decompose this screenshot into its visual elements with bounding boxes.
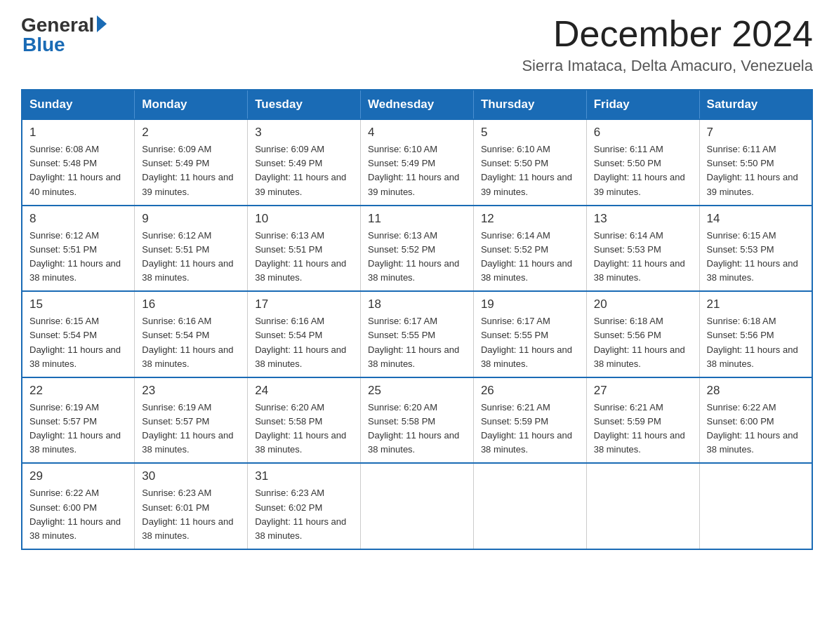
calendar-cell: 14Sunrise: 6:15 AMSunset: 5:53 PMDayligh…	[699, 206, 812, 292]
day-info: Sunrise: 6:17 AMSunset: 5:55 PMDaylight:…	[368, 314, 466, 371]
day-number: 10	[255, 212, 353, 226]
day-info: Sunrise: 6:14 AMSunset: 5:52 PMDaylight:…	[481, 229, 579, 286]
calendar-cell: 11Sunrise: 6:13 AMSunset: 5:52 PMDayligh…	[361, 206, 474, 292]
calendar-header: SundayMondayTuesdayWednesdayThursdayFrid…	[22, 90, 812, 119]
calendar-cell: 1Sunrise: 6:08 AMSunset: 5:48 PMDaylight…	[22, 119, 135, 206]
day-number: 6	[594, 126, 692, 140]
day-number: 16	[142, 297, 240, 311]
calendar-body: 1Sunrise: 6:08 AMSunset: 5:48 PMDaylight…	[22, 119, 812, 549]
header-day-saturday: Saturday	[699, 90, 812, 119]
day-number: 21	[707, 297, 805, 311]
day-number: 27	[594, 384, 692, 398]
day-info: Sunrise: 6:20 AMSunset: 5:58 PMDaylight:…	[255, 401, 353, 457]
day-number: 2	[142, 126, 240, 140]
day-info: Sunrise: 6:12 AMSunset: 5:51 PMDaylight:…	[29, 229, 127, 286]
day-number: 18	[368, 297, 466, 311]
day-info: Sunrise: 6:11 AMSunset: 5:50 PMDaylight:…	[594, 142, 692, 199]
calendar-cell: 27Sunrise: 6:21 AMSunset: 5:59 PMDayligh…	[586, 377, 699, 464]
location-subtitle: Sierra Imataca, Delta Amacuro, Venezuela	[522, 57, 813, 75]
week-row-4: 22Sunrise: 6:19 AMSunset: 5:57 PMDayligh…	[22, 377, 812, 464]
day-info: Sunrise: 6:10 AMSunset: 5:50 PMDaylight:…	[481, 142, 579, 199]
day-number: 13	[594, 212, 692, 226]
calendar-cell: 25Sunrise: 6:20 AMSunset: 5:58 PMDayligh…	[361, 377, 474, 464]
day-info: Sunrise: 6:23 AMSunset: 6:02 PMDaylight:…	[255, 486, 353, 543]
day-info: Sunrise: 6:23 AMSunset: 6:01 PMDaylight:…	[142, 486, 240, 543]
day-info: Sunrise: 6:16 AMSunset: 5:54 PMDaylight:…	[142, 314, 240, 371]
day-info: Sunrise: 6:18 AMSunset: 5:56 PMDaylight:…	[594, 314, 692, 371]
calendar-cell	[699, 463, 812, 549]
calendar-cell	[361, 463, 474, 549]
calendar-cell: 30Sunrise: 6:23 AMSunset: 6:01 PMDayligh…	[135, 463, 248, 549]
day-info: Sunrise: 6:21 AMSunset: 5:59 PMDaylight:…	[594, 401, 692, 457]
calendar-cell: 26Sunrise: 6:21 AMSunset: 5:59 PMDayligh…	[473, 377, 586, 464]
day-info: Sunrise: 6:10 AMSunset: 5:49 PMDaylight:…	[368, 142, 466, 199]
day-info: Sunrise: 6:14 AMSunset: 5:53 PMDaylight:…	[594, 229, 692, 286]
day-info: Sunrise: 6:13 AMSunset: 5:52 PMDaylight:…	[368, 229, 466, 286]
day-number: 26	[481, 384, 579, 398]
calendar-cell: 8Sunrise: 6:12 AMSunset: 5:51 PMDaylight…	[22, 206, 135, 292]
day-info: Sunrise: 6:17 AMSunset: 5:55 PMDaylight:…	[481, 314, 579, 371]
day-info: Sunrise: 6:16 AMSunset: 5:54 PMDaylight:…	[255, 314, 353, 371]
header-day-sunday: Sunday	[22, 90, 135, 119]
logo: General Blue	[21, 14, 107, 56]
day-info: Sunrise: 6:18 AMSunset: 5:56 PMDaylight:…	[707, 314, 805, 371]
day-number: 12	[481, 212, 579, 226]
calendar-cell: 20Sunrise: 6:18 AMSunset: 5:56 PMDayligh…	[586, 291, 699, 377]
day-number: 28	[707, 384, 805, 398]
day-number: 19	[481, 297, 579, 311]
day-info: Sunrise: 6:20 AMSunset: 5:58 PMDaylight:…	[368, 401, 466, 457]
day-number: 23	[142, 384, 240, 398]
day-info: Sunrise: 6:21 AMSunset: 5:59 PMDaylight:…	[481, 401, 579, 457]
calendar-cell: 31Sunrise: 6:23 AMSunset: 6:02 PMDayligh…	[248, 463, 361, 549]
calendar-cell: 3Sunrise: 6:09 AMSunset: 5:49 PMDaylight…	[248, 119, 361, 206]
day-number: 22	[29, 384, 127, 398]
day-number: 30	[142, 469, 240, 483]
day-info: Sunrise: 6:15 AMSunset: 5:53 PMDaylight:…	[707, 229, 805, 286]
calendar-cell: 2Sunrise: 6:09 AMSunset: 5:49 PMDaylight…	[135, 119, 248, 206]
calendar-cell: 5Sunrise: 6:10 AMSunset: 5:50 PMDaylight…	[473, 119, 586, 206]
day-info: Sunrise: 6:09 AMSunset: 5:49 PMDaylight:…	[255, 142, 353, 199]
day-info: Sunrise: 6:15 AMSunset: 5:54 PMDaylight:…	[29, 314, 127, 371]
day-number: 29	[29, 469, 127, 483]
title-section: December 2024 Sierra Imataca, Delta Amac…	[522, 14, 813, 75]
calendar-cell: 9Sunrise: 6:12 AMSunset: 5:51 PMDaylight…	[135, 206, 248, 292]
calendar-cell: 13Sunrise: 6:14 AMSunset: 5:53 PMDayligh…	[586, 206, 699, 292]
day-info: Sunrise: 6:12 AMSunset: 5:51 PMDaylight:…	[142, 229, 240, 286]
calendar-cell: 24Sunrise: 6:20 AMSunset: 5:58 PMDayligh…	[248, 377, 361, 464]
calendar-cell: 6Sunrise: 6:11 AMSunset: 5:50 PMDaylight…	[586, 119, 699, 206]
logo-arrow-icon	[97, 15, 107, 32]
header-day-friday: Friday	[586, 90, 699, 119]
calendar-table: SundayMondayTuesdayWednesdayThursdayFrid…	[21, 89, 813, 550]
day-info: Sunrise: 6:13 AMSunset: 5:51 PMDaylight:…	[255, 229, 353, 286]
day-number: 7	[707, 126, 805, 140]
calendar-cell: 15Sunrise: 6:15 AMSunset: 5:54 PMDayligh…	[22, 291, 135, 377]
calendar-cell: 12Sunrise: 6:14 AMSunset: 5:52 PMDayligh…	[473, 206, 586, 292]
day-info: Sunrise: 6:11 AMSunset: 5:50 PMDaylight:…	[707, 142, 805, 199]
calendar-cell: 16Sunrise: 6:16 AMSunset: 5:54 PMDayligh…	[135, 291, 248, 377]
header-day-thursday: Thursday	[473, 90, 586, 119]
calendar-cell: 28Sunrise: 6:22 AMSunset: 6:00 PMDayligh…	[699, 377, 812, 464]
header-day-tuesday: Tuesday	[248, 90, 361, 119]
calendar-cell: 18Sunrise: 6:17 AMSunset: 5:55 PMDayligh…	[361, 291, 474, 377]
day-number: 31	[255, 469, 353, 483]
week-row-5: 29Sunrise: 6:22 AMSunset: 6:00 PMDayligh…	[22, 463, 812, 549]
week-row-3: 15Sunrise: 6:15 AMSunset: 5:54 PMDayligh…	[22, 291, 812, 377]
logo-blue-text: Blue	[22, 34, 65, 56]
day-number: 8	[29, 212, 127, 226]
week-row-2: 8Sunrise: 6:12 AMSunset: 5:51 PMDaylight…	[22, 206, 812, 292]
calendar-cell: 17Sunrise: 6:16 AMSunset: 5:54 PMDayligh…	[248, 291, 361, 377]
day-number: 17	[255, 297, 353, 311]
day-info: Sunrise: 6:19 AMSunset: 5:57 PMDaylight:…	[29, 401, 127, 457]
month-year-title: December 2024	[522, 14, 813, 54]
calendar-cell: 21Sunrise: 6:18 AMSunset: 5:56 PMDayligh…	[699, 291, 812, 377]
header-day-monday: Monday	[135, 90, 248, 119]
week-row-1: 1Sunrise: 6:08 AMSunset: 5:48 PMDaylight…	[22, 119, 812, 206]
header-row: SundayMondayTuesdayWednesdayThursdayFrid…	[22, 90, 812, 119]
day-number: 25	[368, 384, 466, 398]
day-info: Sunrise: 6:22 AMSunset: 6:00 PMDaylight:…	[29, 486, 127, 543]
calendar-cell: 19Sunrise: 6:17 AMSunset: 5:55 PMDayligh…	[473, 291, 586, 377]
day-number: 15	[29, 297, 127, 311]
header-day-wednesday: Wednesday	[361, 90, 474, 119]
day-number: 20	[594, 297, 692, 311]
calendar-cell: 22Sunrise: 6:19 AMSunset: 5:57 PMDayligh…	[22, 377, 135, 464]
